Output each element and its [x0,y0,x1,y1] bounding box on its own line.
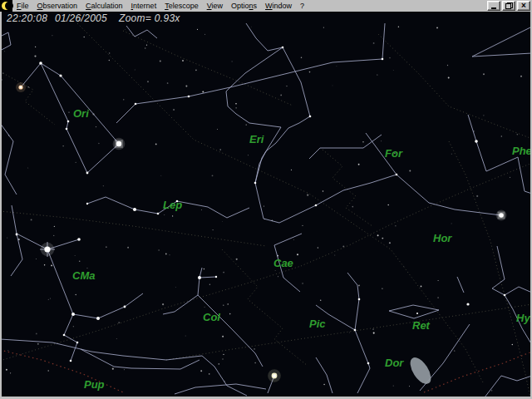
close-button[interactable]: × [517,1,530,11]
figure-pictor [347,273,370,393]
menu-item-observation[interactable]: Observation [33,0,82,12]
star [367,362,370,365]
figure-phoenix-spur [468,115,476,141]
restore-button[interactable] [502,1,515,11]
boundary-line [323,150,372,226]
constellation-label-hyi: Hyi [516,312,530,324]
constellation-label-dor: Dor [385,357,404,369]
sky-chart-canvas[interactable]: OriEriForPheLepHorCMaCaeColPicRetHyiDorP… [2,12,530,397]
constellation-label-for: For [385,147,403,160]
menu-item-calculation[interactable]: Calculation [81,0,127,12]
constellation-label-cma: CMa [72,269,95,282]
figure-puppis-v [81,349,200,369]
constellation-label-pup: Pup [84,378,105,391]
star [133,208,136,211]
figure-reticulum [389,305,439,318]
star [466,303,469,305]
star [86,203,88,204]
galactic-equator [2,350,530,392]
star [59,74,62,76]
star [135,103,137,106]
galactic-line [2,350,123,392]
close-icon: × [521,2,526,10]
bright-stars [16,47,507,382]
star [70,360,72,362]
star [76,342,79,344]
constellation-label-hor: Hor [433,232,452,244]
menu-item-help[interactable]: ? [296,0,308,12]
figure-left-edge-fragment [2,123,17,195]
menu-item-window[interactable]: Window [261,0,296,12]
constellation-boundaries [2,23,530,397]
star [67,121,70,123]
star [358,298,361,301]
menu-bar-items: FileObservationCalculationInternetTelesc… [12,0,308,12]
constellation-label-phe: Phe [512,145,530,157]
figure-top-mid-fragment [246,23,283,51]
figure-columba [163,277,216,314]
star [39,62,42,65]
deep-sky-objects [406,354,436,387]
status-zoom: Zoom= 0.93x [119,12,180,24]
minimize-button[interactable] [487,1,500,11]
star [198,276,201,279]
boundary-line [2,266,301,361]
menu-item-options[interactable]: Options [227,0,261,12]
star [354,329,357,332]
star [504,294,506,297]
menu-item-internet[interactable]: Internet [127,0,161,12]
constellation-label-eri: Eri [249,133,264,145]
boundary-line [2,71,55,125]
star [86,172,89,175]
constellation-label-ori: Ori [73,107,89,120]
star [382,58,384,61]
figure-top-fragment [126,26,157,38]
figure-phoenix-corner [472,27,530,57]
star [282,47,284,49]
figure-orion [21,63,119,173]
constellation-label-col: Col [203,311,220,323]
figure-pictor-left [316,357,332,393]
figure-puppis-mid [175,384,266,394]
boundary-line [378,34,530,139]
crescent-moon-icon[interactable] [0,0,12,12]
figure-canis-major-left [11,234,22,276]
galactic-line [424,352,530,392]
constellation-label-cae: Cae [273,257,293,269]
star [254,182,257,185]
constellation-labels: OriEriForPheLepHorCMaCaeColPicRetHyiDorP… [72,107,530,391]
figure-canis-major-legs [64,314,77,361]
menu-item-view[interactable]: View [203,0,227,12]
menu-item-file[interactable]: File [12,0,33,12]
figure-eridanus-end [366,133,501,215]
figure-fornax [309,135,382,159]
star [77,238,81,241]
figure-canis-major [12,205,143,318]
star [188,96,190,98]
constellation-label-lep: Lep [163,199,182,211]
star [124,306,126,308]
boundary-line [222,249,308,366]
star [475,140,478,143]
window-controls: × [487,1,530,11]
star [416,313,418,314]
status-time: 22:20:08 [7,12,47,24]
planetarium-app: { "window": { "app_icon": "crescent-moon… [0,0,532,399]
menu-item-telescope[interactable]: Telescope [160,0,203,12]
figure-hydrus-fragment [457,277,464,293]
star [157,213,160,215]
figure-hydrus-zigzag [492,246,530,295]
figure-bottom-right-line [485,376,530,397]
star [315,204,318,207]
boundary-line [2,211,266,246]
star [66,128,68,131]
restore-icon [505,2,513,9]
star [63,334,66,337]
minimize-icon [491,7,496,9]
constellation-label-ret: Ret [412,319,431,332]
boundary-line [449,141,530,397]
menu-bar: FileObservationCalculationInternetTelesc… [0,0,532,12]
boundary-line [166,304,530,360]
sky-chart[interactable]: OriEriForPheLepHorCMaCaeColPicRetHyiDorP… [0,12,532,399]
figure-columba-tail [198,295,263,367]
